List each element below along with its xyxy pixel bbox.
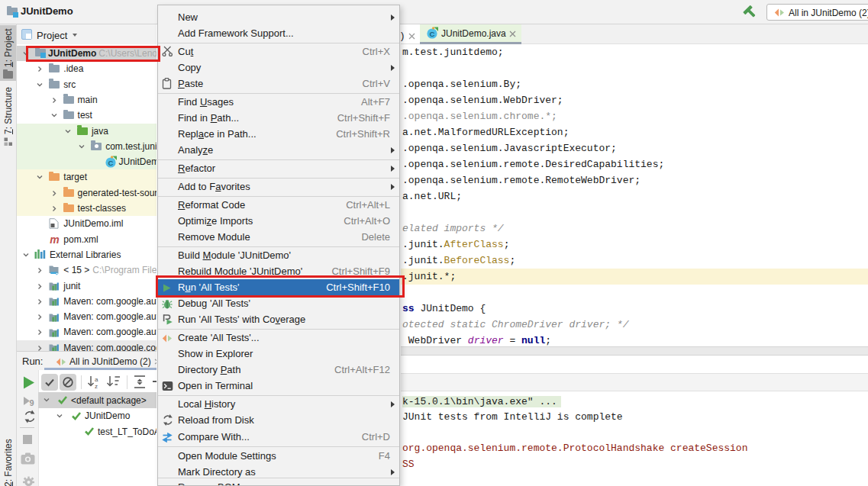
svg-text:9: 9 [30, 398, 34, 407]
svg-text:a: a [95, 376, 98, 383]
svg-text:z: z [95, 383, 98, 389]
svg-text:C: C [108, 159, 113, 167]
svg-text:C: C [430, 30, 435, 38]
